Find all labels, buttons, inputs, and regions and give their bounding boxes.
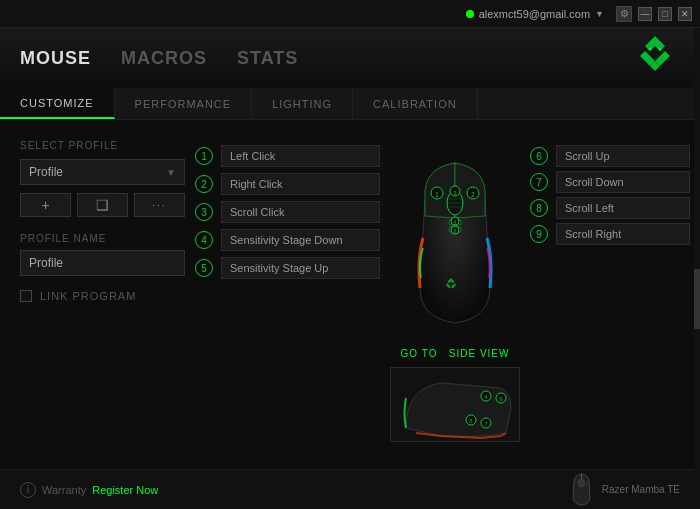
svg-text:5: 5 [454,228,457,234]
list-item: 6 Scroll Up [530,145,690,167]
list-item: 1 Left Click [195,145,380,167]
button-list: 1 Left Click 2 Right Click 3 Scroll Clic… [195,140,380,449]
goto-side-link[interactable]: SIDE VIEW [449,348,510,359]
list-item: 7 Scroll Down [530,171,690,193]
main-nav: MOUSE MACROS STATS [20,48,298,69]
left-panel: SELECT PROFILE Profile ▼ + ❑ ··· PROFILE… [20,140,185,449]
warranty-text: Warranty [42,484,86,496]
btn-num-4: 4 [195,231,213,249]
svg-point-1 [659,48,662,51]
scrollbar[interactable] [694,28,700,509]
list-item: 5 Sensitivity Stage Up [195,257,380,279]
btn-stage-up[interactable]: Sensitivity Stage Up [221,257,380,279]
profile-section-label: SELECT PROFILE [20,140,185,151]
window-controls: ⚙ — □ ✕ [616,6,692,22]
btn-scroll-right[interactable]: Scroll Right [556,223,690,245]
subnav-lighting[interactable]: LIGHTING [252,88,353,119]
btn-stage-down[interactable]: Sensitivity Stage Down [221,229,380,251]
device-mouse-icon [569,472,594,507]
btn-scroll-click[interactable]: Scroll Click [221,201,380,223]
svg-point-0 [649,48,652,51]
header: MOUSE MACROS STATS [0,28,700,88]
btn-num-5: 5 [195,259,213,277]
mouse-area: 1 2 3 4 5 GO TO SIDE VIEW [390,140,520,449]
list-item: 4 Sensitivity Stage Down [195,229,380,251]
email-dropdown-arrow[interactable]: ▼ [595,9,604,19]
btn-num-6: 6 [530,147,548,165]
user-info: alexmct59@gmail.com ▼ [466,8,604,20]
minimize-button[interactable]: — [638,7,652,21]
svg-point-9 [452,281,453,282]
nav-tab-mouse[interactable]: MOUSE [20,48,91,69]
btn-num-1: 1 [195,147,213,165]
duplicate-profile-button[interactable]: ❑ [77,193,128,217]
select-arrow-icon: ▼ [166,167,176,178]
titlebar: alexmct59@gmail.com ▼ ⚙ — □ ✕ [0,0,700,28]
btn-scroll-left[interactable]: Scroll Left [556,197,690,219]
profile-actions: + ❑ ··· [20,193,185,217]
main-content: SELECT PROFILE Profile ▼ + ❑ ··· PROFILE… [0,120,700,469]
settings-icon[interactable]: ⚙ [616,6,632,22]
mouse-image: 1 2 3 4 5 [395,148,515,338]
more-options-button[interactable]: ··· [134,193,185,217]
btn-left-click[interactable]: Left Click [221,145,380,167]
btn-scroll-up[interactable]: Scroll Up [556,145,690,167]
goto-side-view: GO TO SIDE VIEW [401,348,510,359]
profile-select[interactable]: Profile ▼ [20,159,185,185]
svg-point-29 [578,479,584,487]
link-program-label: LINK PROGRAM [40,290,136,302]
add-profile-button[interactable]: + [20,193,71,217]
nav-tab-macros[interactable]: MACROS [121,48,207,69]
btn-right-click[interactable]: Right Click [221,173,380,195]
subnav-customize[interactable]: CUSTOMIZE [0,88,115,119]
svg-text:2: 2 [471,190,475,197]
svg-text:1: 1 [435,190,439,197]
link-program-checkbox[interactable] [20,290,32,302]
bottombar: i Warranty Register Now Razer Mamba TE [0,469,700,509]
profile-name-input[interactable] [20,250,185,276]
warranty-icon: i [20,482,36,498]
online-indicator [466,10,474,18]
list-item: 8 Scroll Left [530,197,690,219]
btn-num-9: 9 [530,225,548,243]
scrollbar-thumb[interactable] [694,269,700,329]
subnav-performance[interactable]: PERFORMANCE [115,88,253,119]
svg-point-8 [449,281,450,282]
profile-name-label: PROFILE NAME [20,233,185,244]
goto-prefix: GO TO [401,348,438,359]
btn-num-3: 3 [195,203,213,221]
btn-num-8: 8 [530,199,548,217]
profile-value: Profile [29,165,63,179]
razer-logo [630,31,680,85]
subnav-calibration[interactable]: CALIBRATION [353,88,478,119]
close-button[interactable]: ✕ [678,7,692,21]
btn-scroll-down[interactable]: Scroll Down [556,171,690,193]
device-info: Razer Mamba TE [569,472,680,507]
register-link[interactable]: Register Now [92,484,158,496]
right-panel: 6 Scroll Up 7 Scroll Down 8 Scroll Left … [530,140,690,449]
maximize-button[interactable]: □ [658,7,672,21]
svg-text:4: 4 [454,219,457,225]
list-item: 9 Scroll Right [530,223,690,245]
link-program-row[interactable]: LINK PROGRAM [20,290,185,302]
device-name: Razer Mamba TE [602,484,680,495]
side-view-thumbnail: 4 9 8 7 [390,367,520,442]
btn-num-2: 2 [195,175,213,193]
subnav: CUSTOMIZE PERFORMANCE LIGHTING CALIBRATI… [0,88,700,120]
btn-num-7: 7 [530,173,548,191]
list-item: 2 Right Click [195,173,380,195]
nav-tab-stats[interactable]: STATS [237,48,298,69]
list-item: 3 Scroll Click [195,201,380,223]
user-email: alexmct59@gmail.com [479,8,590,20]
